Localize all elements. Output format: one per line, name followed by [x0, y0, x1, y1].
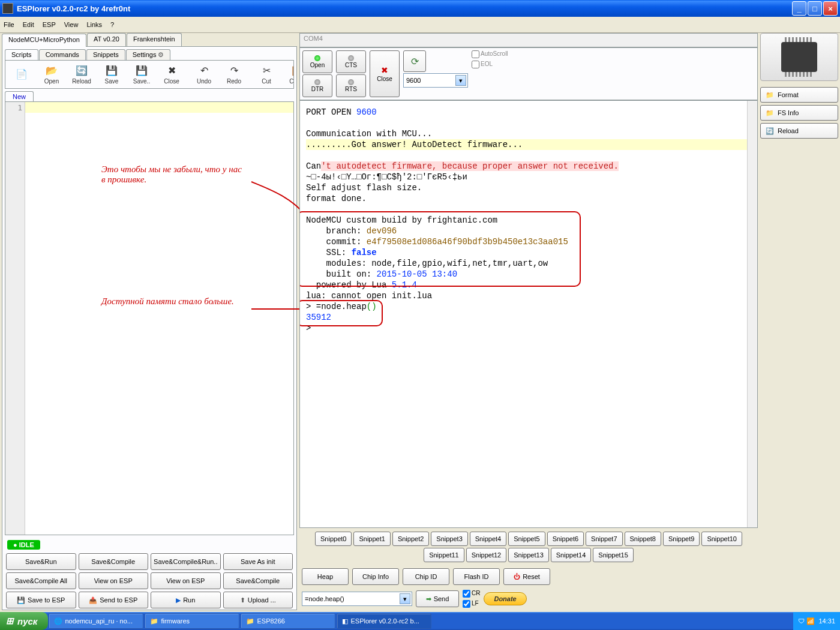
save-compile-run--button[interactable]: Save&Compile&Run..	[151, 553, 221, 570]
taskbar-item[interactable]: 📁ESP8266	[241, 613, 335, 629]
save-compile-all-button[interactable]: Save&Compile All	[6, 572, 76, 589]
tool-save..[interactable]: 💾Save..	[127, 64, 157, 86]
chipid-button[interactable]: Chip ID	[403, 568, 449, 585]
tool-open[interactable]: 📂Open	[37, 64, 67, 86]
led-grey-icon	[314, 79, 320, 85]
snippet-button[interactable]: Snippet4	[470, 532, 506, 546]
start-button[interactable]: ⊞пуск	[0, 612, 48, 630]
tool-reload[interactable]: 🔄Reload	[67, 64, 97, 86]
snippet-button[interactable]: Snippet9	[663, 532, 700, 546]
rts-button[interactable]: RTS	[336, 74, 366, 97]
menu-esp[interactable]: ESP	[43, 21, 56, 28]
tool-close[interactable]: ✖Close	[157, 64, 187, 86]
menu-file[interactable]: File	[4, 21, 14, 28]
baud-select[interactable]: 9600	[403, 73, 468, 88]
snippet-button[interactable]: Snippet3	[431, 532, 467, 546]
snippet-button[interactable]: Snippet12	[466, 548, 507, 562]
command-input[interactable]: =node.heap()	[302, 592, 412, 606]
snippet-button[interactable]: Snippet0	[315, 532, 352, 546]
windows-icon: ⊞	[6, 616, 14, 626]
taskbar-item[interactable]: 🌐nodemcu_api_ru · no...	[49, 613, 143, 629]
send-to-esp-button[interactable]: 📤Send to ESP	[79, 592, 149, 608]
donate-button[interactable]: Donate	[484, 592, 526, 605]
tool-new[interactable]: 📄	[7, 67, 37, 82]
subtab-snippets[interactable]: Snippets	[86, 49, 125, 60]
cr-check[interactable]: CR	[463, 590, 480, 598]
snippet-button[interactable]: Snippet7	[586, 532, 622, 546]
refresh-button[interactable]: ⟳	[403, 50, 426, 72]
save-compile-button[interactable]: Save&Compile	[223, 572, 293, 589]
snippet-button[interactable]: Snippet13	[508, 548, 549, 562]
snippet-button[interactable]: Snippet11	[424, 548, 464, 562]
taskbar-item[interactable]: 📁firmwares	[145, 613, 239, 629]
snippet-button[interactable]: Snippet14	[551, 548, 592, 562]
send-button[interactable]: ➡Send	[416, 590, 459, 607]
maximize-button[interactable]: □	[808, 1, 822, 16]
autoscroll-check[interactable]: AutoScroll	[472, 50, 508, 58]
lf-check[interactable]: LF	[463, 600, 480, 608]
flashid-button[interactable]: Flash ID	[453, 568, 500, 585]
open-port-button[interactable]: Open	[302, 50, 332, 73]
chipinfo-button[interactable]: Chip Info	[352, 568, 399, 585]
minimize-button[interactable]: _	[792, 1, 806, 16]
power-icon: ⏻	[514, 573, 520, 580]
terminal-output[interactable]: PORT OPEN 9600 Communication with MCU...…	[299, 100, 758, 528]
file-tab-new[interactable]: New	[5, 91, 34, 101]
taskbar-item-active[interactable]: ◧ESPlorer v0.2.0-rc2 b...	[337, 613, 431, 629]
system-tray[interactable]: 🛡 📶14:31	[793, 612, 840, 630]
tool-icon: ↶	[198, 65, 210, 77]
upload--button[interactable]: ⬆Upload ...	[223, 592, 293, 608]
snippet-button[interactable]: Snippet6	[547, 532, 584, 546]
close-button[interactable]: ×	[823, 1, 838, 16]
tool-icon: ✂	[260, 65, 272, 77]
top-tabs: NodeMCU+MicroPython AT v0.20 Frankenshte…	[2, 33, 297, 46]
close-icon: ✖	[381, 65, 388, 75]
com-port-label[interactable]: COM4	[299, 33, 758, 47]
tab-frank[interactable]: Frankenshtein	[127, 33, 182, 46]
snippet-button[interactable]: Snippet8	[625, 532, 661, 546]
dtr-button[interactable]: DTR	[302, 74, 332, 97]
save-as-init-button[interactable]: Save As init	[223, 553, 293, 570]
save-run-button[interactable]: Save&Run	[6, 553, 76, 570]
terminal-scrollbar[interactable]	[747, 101, 757, 527]
tool-undo[interactable]: ↶Undo	[189, 64, 219, 86]
tool-cut[interactable]: ✂Cut	[251, 64, 281, 86]
annotation-1: Это чтобы мы не забыли, что у нас в прош…	[101, 164, 245, 185]
tool-icon: 💾	[136, 65, 148, 77]
snippet-button[interactable]: Snippet5	[508, 532, 545, 546]
tool-copy[interactable]: 📋Copy	[281, 64, 294, 86]
snippet-buttons: Snippet0Snippet1Snippet2Snippet3Snippet4…	[299, 528, 758, 566]
eol-check[interactable]: EOL	[472, 61, 508, 68]
fsinfo-button[interactable]: 📁FS Info	[760, 105, 838, 121]
save-compile-button[interactable]: Save&Compile	[79, 553, 149, 570]
subtab-scripts[interactable]: Scripts	[5, 49, 38, 60]
menu-edit[interactable]: Edit	[23, 21, 34, 28]
tab-nodemcu[interactable]: NodeMCU+MicroPython	[2, 34, 86, 47]
snippet-button[interactable]: Snippet15	[593, 548, 634, 562]
run-button[interactable]: ▶Run	[151, 592, 221, 608]
menu-view[interactable]: View	[64, 21, 79, 28]
snippet-button[interactable]: Snippet10	[701, 532, 742, 546]
close-port-button[interactable]: ✖Close	[370, 50, 400, 97]
snippet-button[interactable]: Snippet2	[392, 532, 429, 546]
editor-toolbar: 📄📂Open🔄Reload💾Save💾Save..✖Close↶Undo↷Red…	[5, 60, 294, 89]
subtab-commands[interactable]: Commands	[39, 49, 86, 60]
tool-save[interactable]: 💾Save	[97, 64, 127, 86]
cts-button[interactable]: CTS	[336, 50, 366, 73]
tab-at[interactable]: AT v0.20	[87, 33, 126, 46]
menu-links[interactable]: Links	[86, 21, 102, 28]
menu-help[interactable]: ?	[110, 21, 114, 28]
reload-button[interactable]: 🔄Reload	[760, 123, 838, 139]
format-button[interactable]: 📁Format	[760, 87, 838, 103]
tool-icon: 📋	[290, 65, 294, 77]
tool-redo[interactable]: ↷Redo	[219, 64, 249, 86]
save-to-esp-button[interactable]: 💾Save to ESP	[6, 592, 76, 608]
code-editor[interactable]: 1 Это чтобы мы не забыли, что у нас в пр…	[5, 101, 294, 535]
status-idle: IDLE	[7, 540, 40, 550]
view-on-esp-button[interactable]: View on ESP	[79, 572, 149, 589]
reset-button[interactable]: ⏻Reset	[503, 568, 550, 585]
heap-button[interactable]: Heap	[302, 568, 349, 585]
view-on-esp-button[interactable]: View on ESP	[151, 572, 221, 589]
subtab-settings[interactable]: Settings	[126, 49, 171, 60]
snippet-button[interactable]: Snippet1	[353, 532, 390, 546]
